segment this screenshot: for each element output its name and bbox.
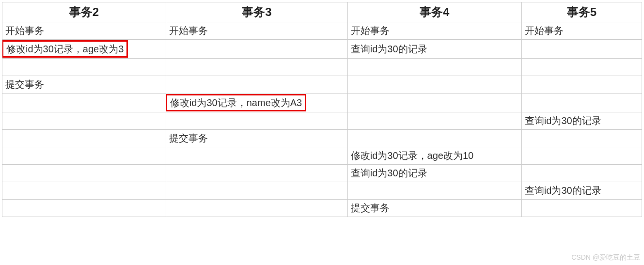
cell xyxy=(166,76,347,94)
table-row: 修改id为30记录，age改为3 查询id为30的记录 xyxy=(2,40,642,59)
cell: 开始事务 xyxy=(521,22,642,40)
cell xyxy=(347,59,521,76)
highlight-box: 修改id为30记录，age改为3 xyxy=(2,40,128,58)
cell xyxy=(521,200,642,217)
cell xyxy=(347,130,521,147)
cell: 提交事务 xyxy=(347,200,521,217)
cell xyxy=(347,94,521,112)
cell xyxy=(521,130,642,147)
table-row: 提交事务 xyxy=(2,200,642,217)
cell xyxy=(2,165,166,182)
table-row: 查询id为30的记录 xyxy=(2,112,642,130)
table-row: 查询id为30的记录 xyxy=(2,182,642,200)
cell: 修改id为30记录，name改为A3 xyxy=(166,94,347,112)
transaction-table: 事务2 事务3 事务4 事务5 开始事务 开始事务 开始事务 开始事务 修改id… xyxy=(2,2,642,217)
cell: 查询id为30的记录 xyxy=(347,165,521,182)
cell xyxy=(166,112,347,130)
cell xyxy=(521,59,642,76)
cell xyxy=(2,200,166,217)
cell xyxy=(2,112,166,130)
table-body: 开始事务 开始事务 开始事务 开始事务 修改id为30记录，age改为3 查询i… xyxy=(2,22,642,217)
cell xyxy=(347,182,521,200)
table-row: 提交事务 xyxy=(2,130,642,147)
cell xyxy=(2,182,166,200)
cell: 提交事务 xyxy=(2,76,166,94)
cell xyxy=(521,94,642,112)
cell: 提交事务 xyxy=(166,130,347,147)
cell: 修改id为30记录，age改为3 xyxy=(2,40,166,59)
cell xyxy=(166,165,347,182)
table-row: 开始事务 开始事务 开始事务 开始事务 xyxy=(2,22,642,40)
cell xyxy=(2,147,166,165)
table-row: 修改id为30记录，name改为A3 xyxy=(2,94,642,112)
cell xyxy=(521,40,642,59)
cell xyxy=(2,130,166,147)
col-header-tx5: 事务5 xyxy=(521,2,642,22)
col-header-tx4: 事务4 xyxy=(347,2,521,22)
cell: 查询id为30的记录 xyxy=(521,182,642,200)
table-row: 修改id为30记录，age改为10 xyxy=(2,147,642,165)
cell: 开始事务 xyxy=(347,22,521,40)
cell xyxy=(521,147,642,165)
table-row: 查询id为30的记录 xyxy=(2,165,642,182)
cell xyxy=(166,182,347,200)
cell xyxy=(521,165,642,182)
col-header-tx3: 事务3 xyxy=(166,2,347,22)
cell xyxy=(521,76,642,94)
cell: 修改id为30记录，age改为10 xyxy=(347,147,521,165)
cell: 开始事务 xyxy=(2,22,166,40)
cell xyxy=(166,147,347,165)
cell xyxy=(166,200,347,217)
cell xyxy=(2,94,166,112)
highlight-box: 修改id为30记录，name改为A3 xyxy=(166,94,306,111)
col-header-tx2: 事务2 xyxy=(2,2,166,22)
cell xyxy=(166,59,347,76)
table-row: 提交事务 xyxy=(2,76,642,94)
cell xyxy=(347,112,521,130)
cell xyxy=(2,59,166,76)
cell xyxy=(166,40,347,59)
cell: 查询id为30的记录 xyxy=(521,112,642,130)
table-row xyxy=(2,59,642,76)
cell xyxy=(347,76,521,94)
table-header-row: 事务2 事务3 事务4 事务5 xyxy=(2,2,642,22)
cell: 查询id为30的记录 xyxy=(347,40,521,59)
cell: 开始事务 xyxy=(166,22,347,40)
